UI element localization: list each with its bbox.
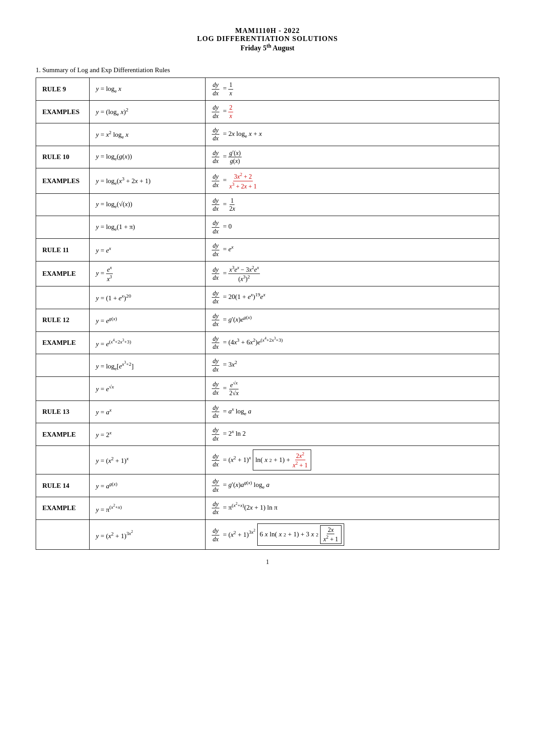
- func-cell: y = loge x: [90, 78, 206, 101]
- title-date: Friday 5th August: [36, 43, 499, 52]
- deriv-cell: dydx = g′(x)g(x): [206, 146, 499, 168]
- func-cell: y = (x2 + 1)x: [90, 446, 206, 474]
- rule-label: [36, 193, 90, 216]
- table-row: y = loge(1 + π) dydx = 0: [36, 216, 499, 239]
- func-cell: y = e(x4+2x3+3): [90, 331, 206, 354]
- rule-label: [36, 216, 90, 239]
- func-cell: y = ex: [90, 239, 206, 262]
- rule-label: RULE 11: [36, 239, 90, 262]
- func-cell: y = π(x2+x): [90, 497, 206, 519]
- func-cell: y = loge[ex3+2]: [90, 354, 206, 377]
- table-row: RULE 13 y = ax dydx = ax loge a: [36, 400, 499, 423]
- rule-label: EXAMPLES: [36, 168, 90, 193]
- table-row: RULE 12 y = eg(x) dydx = g′(x)eg(x): [36, 309, 499, 331]
- deriv-cell: dydx = 2x loge x + x: [206, 123, 499, 146]
- func-cell: y = ax: [90, 400, 206, 423]
- deriv-cell: dydx = (x2 + 1)3x2 6x ln(x2 + 1) + 3x2 2…: [206, 519, 499, 549]
- func-cell: y = x2 loge x: [90, 123, 206, 146]
- table-row: EXAMPLE y = e(x4+2x3+3) dydx = (4x3 + 6x…: [36, 331, 499, 354]
- rule-label: RULE 13: [36, 400, 90, 423]
- title-line2: LOG DIFFERENTIATION SOLUTIONS: [36, 35, 499, 43]
- func-cell: y = loge(g(x)): [90, 146, 206, 168]
- rule-label: EXAMPLE: [36, 331, 90, 354]
- table-row: y = x2 loge x dydx = 2x loge x + x: [36, 123, 499, 146]
- func-cell: y = eg(x): [90, 309, 206, 331]
- deriv-cell: dydx = (x2 + 1)x ln(x2 + 1) + 2x2x2 + 1: [206, 446, 499, 474]
- deriv-cell: dydx = 12x: [206, 193, 499, 216]
- rule-label: RULE 12: [36, 309, 90, 331]
- table-row: y = (x2 + 1)3x2 dydx = (x2 + 1)3x2 6x ln…: [36, 519, 499, 549]
- deriv-cell: dydx = 2x: [206, 101, 499, 123]
- rule-label: [36, 123, 90, 146]
- deriv-cell: dydx = 2x ln 2: [206, 423, 499, 446]
- func-cell: y = e√x: [90, 377, 206, 400]
- table-row: y = (1 + ex)20 dydx = 20(1 + ex)19ex: [36, 286, 499, 309]
- table-row: y = e√x dydx = e√x2√x: [36, 377, 499, 400]
- table-row: y = loge[ex3+2] dydx = 3x2: [36, 354, 499, 377]
- func-cell: y = (1 + ex)20: [90, 286, 206, 309]
- rule-label: [36, 286, 90, 309]
- table-row: y = loge(√(x)) dydx = 12x: [36, 193, 499, 216]
- deriv-cell: dydx = 3x2 + 2x3 + 2x + 1: [206, 168, 499, 193]
- deriv-cell: dydx = g′(x)ag(x) loge a: [206, 474, 499, 497]
- table-row: RULE 10 y = loge(g(x)) dydx = g′(x)g(x): [36, 146, 499, 168]
- rule-label: [36, 377, 90, 400]
- func-cell: y = ag(x): [90, 474, 206, 497]
- func-cell: y = (loge x)2: [90, 101, 206, 123]
- rule-label: EXAMPLE: [36, 497, 90, 519]
- func-cell: y = exx3: [90, 261, 206, 286]
- deriv-cell: dydx = 0: [206, 216, 499, 239]
- deriv-cell: dydx = ex: [206, 239, 499, 262]
- deriv-cell: dydx = (4x3 + 6x2)e(x4+2x3+3): [206, 331, 499, 354]
- table-row: EXAMPLE y = exx3 dydx = x3ex − 3x2ex(x3)…: [36, 261, 499, 286]
- deriv-cell: dydx = π(x2+x)(2x + 1) ln π: [206, 497, 499, 519]
- rule-label: [36, 446, 90, 474]
- table-row: EXAMPLES y = loge(x3 + 2x + 1) dydx = 3x…: [36, 168, 499, 193]
- title-line1: MAM1110H - 2022: [36, 27, 499, 35]
- rule-label: RULE 10: [36, 146, 90, 168]
- deriv-cell: dydx = e√x2√x: [206, 377, 499, 400]
- table-row: EXAMPLE y = 2x dydx = 2x ln 2: [36, 423, 499, 446]
- table-row: EXAMPLE y = π(x2+x) dydx = π(x2+x)(2x + …: [36, 497, 499, 519]
- deriv-cell: dydx = ax loge a: [206, 400, 499, 423]
- page-number: 1: [36, 559, 499, 566]
- deriv-cell: dydx = 1x: [206, 78, 499, 101]
- func-cell: y = 2x: [90, 423, 206, 446]
- deriv-cell: dydx = 3x2: [206, 354, 499, 377]
- rule-label: [36, 519, 90, 549]
- table-row: RULE 9 y = loge x dydx = 1x: [36, 78, 499, 101]
- rule-label: EXAMPLE: [36, 261, 90, 286]
- table-row: RULE 14 y = ag(x) dydx = g′(x)ag(x) loge…: [36, 474, 499, 497]
- func-cell: y = (x2 + 1)3x2: [90, 519, 206, 549]
- table-row: RULE 11 y = ex dydx = ex: [36, 239, 499, 262]
- rule-label: RULE 9: [36, 78, 90, 101]
- func-cell: y = loge(√(x)): [90, 193, 206, 216]
- func-cell: y = loge(1 + π): [90, 216, 206, 239]
- section-title: 1. Summary of Log and Exp Differentiatio…: [36, 66, 499, 74]
- rule-label: RULE 14: [36, 474, 90, 497]
- rules-table: RULE 9 y = loge x dydx = 1x EXAMPLES y =…: [36, 78, 499, 550]
- func-cell: y = loge(x3 + 2x + 1): [90, 168, 206, 193]
- table-row: EXAMPLES y = (loge x)2 dydx = 2x: [36, 101, 499, 123]
- deriv-cell: dydx = 20(1 + ex)19ex: [206, 286, 499, 309]
- rule-label: EXAMPLE: [36, 423, 90, 446]
- deriv-cell: dydx = g′(x)eg(x): [206, 309, 499, 331]
- rule-label: EXAMPLES: [36, 101, 90, 123]
- deriv-cell: dydx = x3ex − 3x2ex(x3)2: [206, 261, 499, 286]
- page-header: MAM1110H - 2022 LOG DIFFERENTIATION SOLU…: [36, 27, 499, 52]
- rule-label: [36, 354, 90, 377]
- table-row: y = (x2 + 1)x dydx = (x2 + 1)x ln(x2 + 1…: [36, 446, 499, 474]
